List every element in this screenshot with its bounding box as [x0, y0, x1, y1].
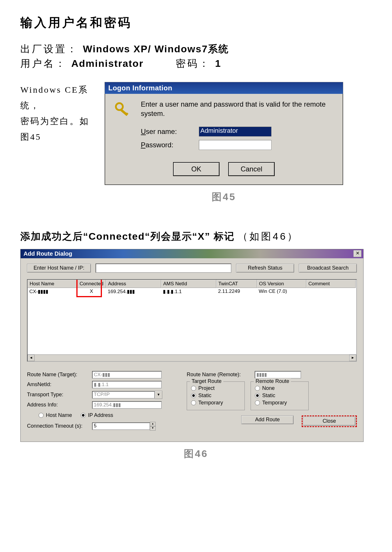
cell-amsnetid: ▮.▮.▮.1.1: [161, 288, 216, 295]
routes-table[interactable]: Host Name Connected Address AMS NetId Tw…: [27, 279, 357, 362]
route-name-remote-input[interactable]: ▮▮▮▮: [255, 371, 301, 379]
chevron-down-icon[interactable]: ▼: [155, 391, 162, 399]
password-value: 1: [215, 58, 221, 69]
transport-type-select[interactable]: TCP/IP▼: [92, 391, 162, 399]
close-highlight: Close: [302, 415, 357, 427]
cell-comment: [306, 288, 356, 295]
section-heading-2-bold: 添加成功之后“Connected“列会显示“X” 标记: [20, 231, 235, 242]
logon-message: Enter a user name and password that is v…: [141, 100, 334, 119]
host-ip-input[interactable]: [96, 264, 231, 273]
target-temporary-radio[interactable]: Temporary: [191, 400, 240, 406]
cell-hostname: CX-▮▮▮▮: [28, 288, 77, 295]
target-project-radio[interactable]: Project: [191, 385, 240, 391]
route-name-target-input[interactable]: CX-▮▮▮: [92, 371, 162, 379]
route-name-remote-label: Route Name (Remote):: [187, 372, 251, 378]
radio-icon: [39, 413, 44, 418]
factory-settings-value: Windows XP/ Windows7系统: [83, 43, 229, 54]
close-icon[interactable]: ✕: [353, 250, 362, 257]
radio-icon: [191, 400, 196, 405]
cell-address: 169.254.▮▮▮: [106, 288, 161, 295]
username-field-label: User name:: [141, 128, 190, 136]
hostname-radio[interactable]: Host Name: [39, 412, 72, 418]
add-route-dialog-title: Add Route Dialog: [21, 249, 363, 258]
address-info-label: Address Info:: [27, 402, 88, 408]
logon-dialog-title: Logon Information: [105, 82, 343, 94]
remote-route-title: Remote Route: [254, 378, 291, 384]
radio-icon: [255, 393, 260, 398]
ce-note-l1: Windows CE系统，: [20, 82, 96, 113]
connection-timeout-label: Connection Timeout (s):: [27, 423, 88, 429]
ipaddress-radio[interactable]: IP Address: [81, 412, 113, 418]
add-route-dialog: Add Route Dialog ✕ Enter Host Name / IP:…: [20, 249, 364, 442]
enter-host-button[interactable]: Enter Host Name / IP:: [27, 264, 91, 273]
ce-note: Windows CE系统， 密码为空白。如 图45: [20, 82, 96, 145]
radio-icon: [255, 400, 260, 405]
cell-twincat: 2.11.2249: [216, 288, 257, 295]
spin-down-icon[interactable]: ▼: [150, 426, 156, 431]
connection-timeout-spinner[interactable]: 5 ▲▼: [92, 422, 156, 431]
target-route-group: Target Route Project Static Temporary: [187, 381, 245, 410]
route-name-target-label: Route Name (Target):: [27, 372, 88, 378]
username-value: Administrator: [71, 58, 143, 69]
amsnetid-input[interactable]: ▮.▮.1.1: [92, 381, 162, 388]
col-osversion[interactable]: OS Version: [257, 280, 306, 288]
ce-note-l3: 图45: [20, 129, 96, 145]
section-heading-2: 添加成功之后“Connected“列会显示“X” 标记 （如图46）: [20, 230, 372, 243]
password-field-label: Password:: [141, 141, 190, 149]
col-address[interactable]: Address: [106, 280, 161, 288]
col-amsnetid[interactable]: AMS NetId: [161, 280, 216, 288]
remote-none-radio[interactable]: None: [255, 385, 304, 391]
amsnetid-label: AmsNetId:: [27, 381, 88, 388]
password-input[interactable]: [199, 140, 271, 150]
radio-icon: [191, 393, 196, 398]
scroll-left-icon[interactable]: ◄: [28, 355, 35, 361]
factory-settings-line: 出厂设置： Windows XP/ Windows7系统: [20, 42, 372, 56]
figure-45-caption: 图45: [105, 190, 343, 204]
username-label: 用户名：: [20, 58, 67, 69]
radio-icon: [81, 413, 86, 418]
credentials-line: 用户名： Administrator 密码： 1: [20, 57, 372, 70]
remote-static-radio[interactable]: Static: [255, 393, 304, 399]
transport-type-label: Transport Type:: [27, 392, 88, 398]
connected-highlight: [76, 279, 102, 297]
add-route-button[interactable]: Add Route: [241, 415, 294, 424]
target-static-radio[interactable]: Static: [191, 393, 240, 399]
figure-46-caption: 图46: [20, 447, 372, 460]
remote-temporary-radio[interactable]: Temporary: [255, 400, 304, 406]
broadcast-search-button[interactable]: Broadcast Search: [299, 264, 357, 273]
cancel-button[interactable]: Cancel: [228, 162, 275, 176]
radio-icon: [191, 386, 196, 391]
col-twincat[interactable]: TwinCAT: [216, 280, 257, 288]
cell-osversion: Win CE (7.0): [257, 288, 306, 295]
ce-note-l2: 密码为空白。如: [20, 113, 96, 129]
col-hostname[interactable]: Host Name: [28, 280, 77, 288]
factory-settings-label: 出厂设置：: [20, 43, 78, 54]
close-button[interactable]: Close: [303, 417, 355, 426]
key-icon: [114, 101, 132, 119]
target-route-title: Target Route: [190, 378, 223, 384]
horizontal-scrollbar[interactable]: ◄ ►: [28, 354, 356, 361]
page-heading: 输入用户名和密码: [20, 15, 372, 31]
password-label: 密码：: [176, 58, 211, 69]
ok-button[interactable]: OK: [173, 162, 220, 176]
refresh-status-button[interactable]: Refresh Status: [236, 264, 294, 273]
spin-up-icon[interactable]: ▲: [150, 422, 156, 426]
address-info-input[interactable]: 169.254.▮▮▮: [92, 401, 162, 409]
scroll-right-icon[interactable]: ►: [349, 355, 356, 361]
username-input[interactable]: Administrator: [199, 127, 271, 137]
radio-icon: [255, 386, 260, 391]
section-heading-2-thin: （如图46）: [238, 231, 299, 242]
remote-route-group: Remote Route None Static Temporary: [251, 381, 309, 410]
logon-dialog: Logon Information Enter a user name and …: [105, 82, 343, 185]
col-comment[interactable]: Comment: [306, 280, 356, 288]
